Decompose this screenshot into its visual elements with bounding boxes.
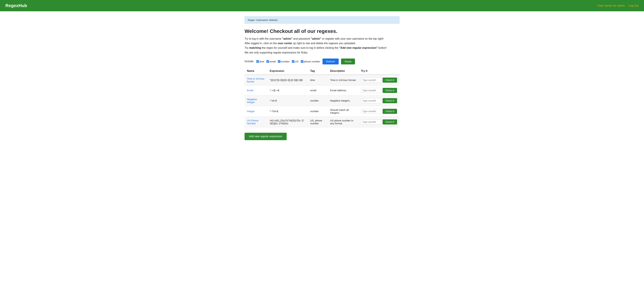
cell-tag: number xyxy=(308,95,328,106)
site-logo: RegexHub xyxy=(6,3,27,8)
try-it-container: Check it! xyxy=(361,78,397,83)
add-btn-ref: "Add new regular expression" xyxy=(339,46,378,49)
try-it-container: Check it! xyxy=(361,109,397,114)
col-tag: Tag xyxy=(308,67,328,75)
header: RegexHub User center for admin Log Out xyxy=(0,0,644,11)
check-button[interactable]: Check it! xyxy=(382,98,397,103)
cell-name: Email xyxy=(244,85,267,95)
filter-email-text: email xyxy=(270,60,276,63)
try-it-container: Check it! xyxy=(361,119,397,124)
regex-name-link[interactable]: Integer xyxy=(247,110,255,113)
regex-name-link[interactable]: US Phone Number xyxy=(247,119,258,125)
try-it-input[interactable] xyxy=(361,109,381,114)
cell-name: Negative Integer xyxy=(244,95,267,106)
matching-ref: matching xyxy=(249,46,261,49)
cell-expression: ^([01]?[0-9]|2[0-3]):[0-5][0-9]$ xyxy=(267,75,308,85)
filters-label: Include: xyxy=(244,60,254,63)
filter-us-text: US xyxy=(295,60,298,63)
table-row: Email^.+@.+$emailEmail address.Check it! xyxy=(244,85,400,95)
check-button[interactable]: Check it! xyxy=(382,109,397,114)
cell-expression: ^-?\d+$ xyxy=(267,106,308,116)
filter-email-checkbox[interactable] xyxy=(266,60,269,63)
welcome-line4: We are only supporting regular expressio… xyxy=(244,50,400,55)
admin-pass: "admin" xyxy=(311,37,321,40)
regex-table: Name Expression Tag Description Try it T… xyxy=(244,67,400,127)
filter-number-label[interactable]: number xyxy=(278,60,290,63)
col-name: Name xyxy=(244,67,267,75)
try-it-input[interactable] xyxy=(361,119,381,124)
filter-us-label[interactable]: US xyxy=(292,60,298,63)
regex-name-link[interactable]: Time in 24-hour format xyxy=(247,77,264,83)
refresh-button[interactable]: Refresh xyxy=(322,59,339,64)
cell-description: Should match all integers. xyxy=(328,106,358,116)
col-try-it: Try it xyxy=(359,67,400,75)
filters-bar: Include: time email number US phone numb… xyxy=(244,59,400,64)
filter-phone-text: phone number xyxy=(304,60,320,63)
header-nav: User center for admin Log Out xyxy=(598,4,638,8)
check-button[interactable]: Check it! xyxy=(382,88,397,93)
flash-message: Regex 'Username' deleted. xyxy=(244,16,400,24)
main-content: Regex 'Username' deleted. Welcome! Check… xyxy=(241,11,403,145)
welcome-section: Welcome! Checkout all of our regexes. Tr… xyxy=(244,28,400,55)
regex-table-body: Time in 24-hour format^([01]?[0-9]|2[0-3… xyxy=(244,75,400,127)
cell-expression: ^.+@.+$ xyxy=(267,85,308,95)
regex-name-link[interactable]: Negative Integer xyxy=(247,98,257,103)
filter-number-checkbox[interactable] xyxy=(278,60,280,63)
try-it-input[interactable] xyxy=(361,98,381,103)
filter-number-text: number xyxy=(281,60,290,63)
filter-email-label[interactable]: email xyxy=(266,60,276,63)
table-row: Time in 24-hour format^([01]?[0-9]|2[0-3… xyxy=(244,75,400,85)
admin-user: "admin" xyxy=(282,37,292,40)
cell-name: Time in 24-hour format xyxy=(244,75,267,85)
user-center-ref: user center xyxy=(278,42,292,45)
regex-name-link[interactable]: Email xyxy=(247,89,253,92)
welcome-heading: Welcome! Checkout all of our regexes. xyxy=(244,28,400,34)
logout-link[interactable]: Log Out xyxy=(628,4,639,8)
try-it-input[interactable] xyxy=(361,88,381,93)
col-expression: Expression xyxy=(267,67,308,75)
check-button[interactable]: Check it! xyxy=(382,78,397,83)
cell-description: Time in 24-hour format. xyxy=(328,75,358,85)
table-row: US Phone Number\A(\+\d{1,2}\s)?\(?\d{3}\… xyxy=(244,116,400,127)
cell-try-it: Check it! xyxy=(359,75,400,85)
cell-try-it: Check it! xyxy=(359,85,400,95)
cell-try-it: Check it! xyxy=(359,95,400,106)
welcome-line1: Try to log in with the username "admin" … xyxy=(244,36,400,41)
filter-time-checkbox[interactable] xyxy=(256,60,259,63)
cell-tag: US, phone number xyxy=(308,116,328,127)
welcome-text: Try to log in with the username "admin" … xyxy=(244,36,400,55)
filter-phone-checkbox[interactable] xyxy=(301,60,303,63)
table-row: Integer^-?\d+$numberShould match all int… xyxy=(244,106,400,116)
add-new-button[interactable]: Add new regular expression xyxy=(244,133,287,140)
welcome-line3: Try matching the regex for yourself and … xyxy=(244,46,400,50)
cell-description: Negative integers. xyxy=(328,95,358,106)
reset-button[interactable]: Reset xyxy=(341,59,355,64)
try-it-input[interactable] xyxy=(361,78,381,83)
try-it-container: Check it! xyxy=(361,88,397,93)
filter-phone-label[interactable]: phone number xyxy=(301,60,320,63)
col-description: Description xyxy=(328,67,358,75)
cell-name: Integer xyxy=(244,106,267,116)
cell-name: US Phone Number xyxy=(244,116,267,127)
welcome-line2: After logged in, click on the user cente… xyxy=(244,41,400,46)
cell-tag: time xyxy=(308,75,328,85)
cell-description: US phone number in any format. xyxy=(328,116,358,127)
check-button[interactable]: Check it! xyxy=(382,119,397,124)
filter-time-text: time xyxy=(260,60,264,63)
table-header-row: Name Expression Tag Description Try it xyxy=(244,67,400,75)
table-row: Negative Integer^-\d+$numberNegative int… xyxy=(244,95,400,106)
user-center-link[interactable]: User center for admin xyxy=(598,4,625,8)
cell-try-it: Check it! xyxy=(359,116,400,127)
cell-tag: email xyxy=(308,85,328,95)
cell-expression: ^-\d+$ xyxy=(267,95,308,106)
try-it-container: Check it! xyxy=(361,98,397,103)
filter-time-label[interactable]: time xyxy=(256,60,264,63)
cell-try-it: Check it! xyxy=(359,106,400,116)
filter-us-checkbox[interactable] xyxy=(292,60,294,63)
cell-expression: \A(\+\d{1,2}\s)?\(?\d{3}\)?[\s.-]?\d{3}[… xyxy=(267,116,308,127)
cell-tag: number xyxy=(308,106,328,116)
cell-description: Email address. xyxy=(328,85,358,95)
